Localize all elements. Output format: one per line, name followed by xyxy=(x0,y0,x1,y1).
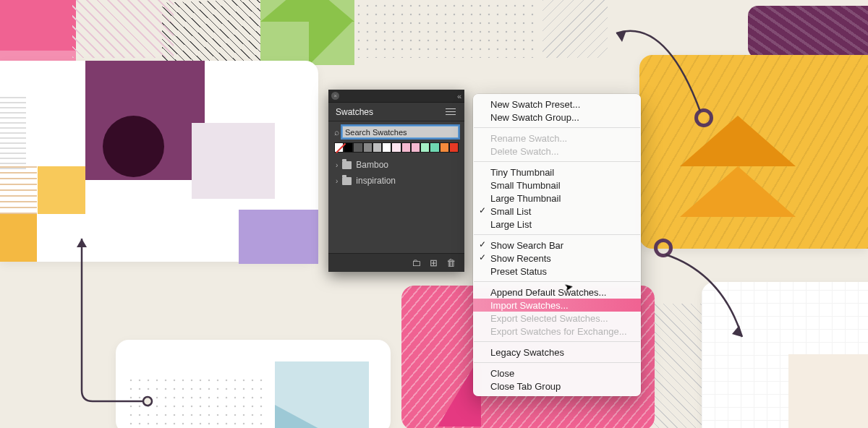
swatch[interactable] xyxy=(430,142,439,153)
panel-body: ⌕ ›Bamboo›inspiration xyxy=(328,121,464,193)
svg-point-1 xyxy=(143,397,152,406)
folder-icon xyxy=(342,177,352,185)
checkmark-icon: ✓ xyxy=(479,252,486,262)
menu-separator xyxy=(474,234,640,235)
menu-item[interactable]: Large List xyxy=(473,218,641,231)
swatch[interactable] xyxy=(382,142,391,153)
menu-item[interactable]: Close Tab Group xyxy=(473,380,641,393)
swatch-none[interactable] xyxy=(334,142,344,153)
menu-item-label: Legacy Swatches xyxy=(490,347,564,358)
swatch-folders: ›Bamboo›inspiration xyxy=(334,157,459,189)
swatch[interactable] xyxy=(420,142,430,153)
swatch[interactable] xyxy=(391,142,401,153)
menu-item-label: Export Selected Swatches... xyxy=(490,313,608,324)
search-input[interactable] xyxy=(342,126,459,138)
menu-item-label: Large List xyxy=(490,219,532,230)
swatches-panel-menu[interactable]: New Swatch Preset...New Swatch Group...R… xyxy=(473,94,641,396)
new-swatch-icon[interactable]: ⊞ xyxy=(430,257,438,268)
menu-item-label: Show Search Bar xyxy=(490,240,563,251)
chevron-right-icon: › xyxy=(336,161,338,169)
menu-item[interactable]: Close xyxy=(473,367,641,380)
bg-yellow-square-2 xyxy=(0,214,37,262)
menu-item-label: Close xyxy=(490,368,514,379)
folder-icon xyxy=(342,161,352,169)
menu-item-label: Delete Swatch... xyxy=(490,146,559,157)
bg-squiggle-left xyxy=(0,97,26,169)
connector-arrow-left xyxy=(72,231,159,412)
swatches-panel[interactable]: × « Swatches ⌕ ›Bamboo›inspiration 🗀 ⊞ 🗑 xyxy=(328,90,464,272)
swatch-folder[interactable]: ›inspiration xyxy=(334,173,459,189)
bg-grey-stripes xyxy=(542,0,608,58)
menu-separator xyxy=(474,127,640,128)
menu-item-label: Append Default Swatches... xyxy=(490,287,606,298)
menu-item[interactable]: Append Default Swatches... xyxy=(473,286,641,299)
menu-item: Rename Swatch... xyxy=(473,132,641,145)
collapse-panel-button[interactable]: « xyxy=(457,92,461,100)
swatch[interactable] xyxy=(401,142,411,153)
menu-separator xyxy=(474,281,640,282)
menu-item[interactable]: Tiny Thumbnail xyxy=(473,166,641,179)
bg-yellow-square xyxy=(38,166,85,214)
search-icon: ⌕ xyxy=(334,127,339,137)
menu-item-label: New Swatch Group... xyxy=(490,112,579,123)
panel-tab-swatches[interactable]: Swatches xyxy=(336,107,373,117)
bg-purple-corner-card xyxy=(748,6,868,58)
menu-item[interactable]: Small Thumbnail xyxy=(473,179,641,192)
checkmark-icon: ✓ xyxy=(479,205,486,215)
panel-tab-row: Swatches xyxy=(328,103,464,121)
close-panel-button[interactable]: × xyxy=(331,92,339,100)
menu-item-label: Export Swatches for Exchange... xyxy=(490,326,627,337)
folder-label: inspiration xyxy=(356,176,396,186)
swatch[interactable] xyxy=(363,142,373,153)
menu-item: Export Selected Swatches... xyxy=(473,312,641,325)
chevron-right-icon: › xyxy=(336,177,338,185)
menu-separator xyxy=(474,362,640,363)
folder-icon[interactable]: 🗀 xyxy=(412,257,421,268)
menu-item-label: Small Thumbnail xyxy=(490,180,561,191)
menu-item-label: Small List xyxy=(490,206,531,217)
bg-lavender-block xyxy=(239,210,318,264)
menu-item[interactable]: New Swatch Group... xyxy=(473,111,641,124)
menu-item-label: Close Tab Group xyxy=(490,381,561,392)
menu-separator xyxy=(474,161,640,162)
bg-yellow-chevron xyxy=(680,166,796,217)
swatch-folder[interactable]: ›Bamboo xyxy=(334,157,459,173)
menu-item-label: Preset Status xyxy=(490,266,547,277)
trash-icon[interactable]: 🗑 xyxy=(446,257,456,268)
menu-item[interactable]: ✓Small List xyxy=(473,205,641,218)
bg-squiggle xyxy=(72,0,174,58)
menu-item-label: New Swatch Preset... xyxy=(490,99,580,110)
bg-dots xyxy=(354,0,535,58)
menu-item-label: Tiny Thumbnail xyxy=(490,167,554,178)
bg-green-triangle-top xyxy=(260,0,354,22)
menu-item[interactable]: ✓Show Search Bar xyxy=(473,239,641,252)
swatch[interactable] xyxy=(373,142,382,153)
bg-soft-square xyxy=(788,354,868,428)
bg-teal-triangle xyxy=(275,405,369,428)
menu-item-label: Rename Swatch... xyxy=(490,133,567,144)
panel-footer: 🗀 ⊞ 🗑 xyxy=(328,253,464,272)
menu-item[interactable]: New Swatch Preset... xyxy=(473,98,641,111)
svg-marker-3 xyxy=(732,325,742,337)
swatch[interactable] xyxy=(440,142,449,153)
panel-titlebar[interactable]: × « xyxy=(328,90,464,103)
bg-grey-rect xyxy=(192,123,275,199)
panel-list-area[interactable] xyxy=(328,193,464,253)
bg-purple-circle xyxy=(103,116,164,177)
menu-item[interactable]: Preset Status xyxy=(473,265,641,278)
svg-marker-0 xyxy=(77,239,87,247)
folder-label: Bamboo xyxy=(356,160,388,170)
menu-item: Delete Swatch... xyxy=(473,145,641,158)
menu-item[interactable]: Legacy Swatches xyxy=(473,346,641,359)
panel-menu-button[interactable] xyxy=(443,104,459,120)
swatch[interactable] xyxy=(411,142,420,153)
menu-item[interactable]: Import Swatches... xyxy=(473,299,641,312)
recent-swatches-row xyxy=(334,142,459,153)
connector-arrow-bottom-right xyxy=(657,252,751,346)
menu-item[interactable]: Large Thumbnail xyxy=(473,192,641,205)
swatch[interactable] xyxy=(449,142,459,153)
swatch[interactable] xyxy=(353,142,362,153)
menu-item[interactable]: ✓Show Recents xyxy=(473,252,641,265)
menu-item-label: Large Thumbnail xyxy=(490,193,561,204)
menu-separator xyxy=(474,341,640,342)
